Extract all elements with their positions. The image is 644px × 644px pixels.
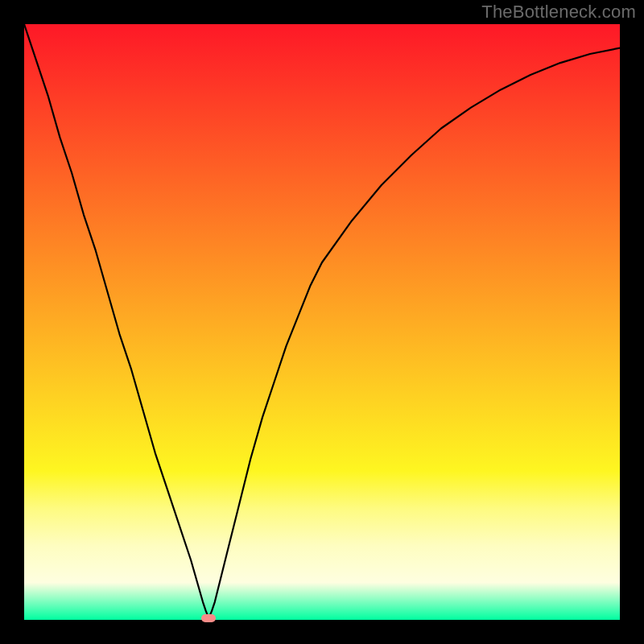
curve-svg — [24, 24, 620, 620]
bottleneck-curve — [24, 24, 620, 618]
plot-area — [24, 24, 620, 620]
chart-frame: TheBottleneck.com — [0, 0, 644, 644]
watermark-label: TheBottleneck.com — [481, 2, 636, 23]
minimum-marker — [201, 614, 216, 622]
